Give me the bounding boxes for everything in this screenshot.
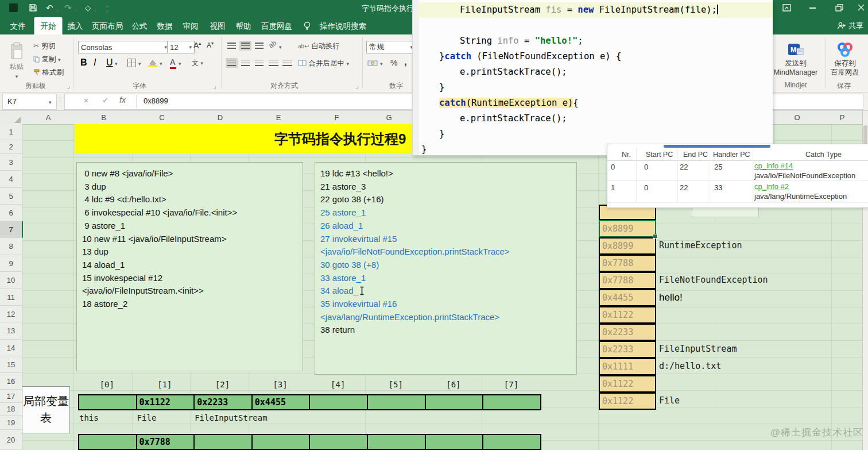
redo-dropdown-icon[interactable]: ▾ (75, 6, 78, 16)
grow-font-button[interactable]: A▴ (193, 41, 201, 50)
restore-button[interactable] (835, 4, 843, 11)
row-header-2[interactable]: 2 (0, 140, 22, 154)
lvt-cell-row1-5[interactable] (367, 394, 426, 410)
lvt-cell-row1-0[interactable] (78, 394, 137, 410)
ribbon-tab-3[interactable]: 插入 (63, 18, 88, 34)
undo-icon[interactable]: ↶ (46, 3, 53, 13)
stack-cell[interactable]: 0x2233 (599, 324, 656, 341)
stack-cell[interactable]: 0x7788 (599, 272, 656, 289)
stack-cell-selected[interactable]: 0x8899 (599, 220, 656, 237)
orientation-dropdown-icon[interactable]: ▾ (279, 44, 282, 50)
row-header-18[interactable]: 18 (0, 403, 22, 416)
stack-cell[interactable]: 0x2233 (599, 341, 656, 358)
fill-color-dropdown-icon[interactable]: ▾ (160, 61, 162, 67)
lvt-cell-row2-5[interactable] (367, 434, 426, 450)
ribbon-tab-6[interactable]: 数据 (152, 18, 178, 34)
row-header-16[interactable]: 16 (0, 373, 22, 390)
bytecode-box-left[interactable]: 0 new #8 <java/io/File> 3 dup 4 ldc #9 <… (76, 162, 303, 371)
align-middle-icon[interactable] (241, 43, 250, 49)
paste-icon[interactable] (9, 41, 24, 60)
ribbon-tab-8[interactable]: 视图 (205, 18, 231, 34)
tell-me-search[interactable]: 操作说明搜索 (315, 18, 371, 34)
align-bottom-icon[interactable] (255, 43, 264, 49)
ribbon-tab-4[interactable]: 页面布局 (87, 18, 128, 34)
column-header-B[interactable]: B (75, 111, 133, 125)
column-header-F[interactable]: F (308, 111, 366, 125)
row-header-6[interactable]: 6 (0, 205, 22, 221)
name-box[interactable]: K7 ▾ (2, 94, 57, 110)
row-header-8[interactable]: 8 (0, 238, 22, 255)
accounting-format-icon[interactable] (367, 59, 378, 69)
sheet-title-banner[interactable]: 字节码指令执行过程9 (75, 124, 412, 154)
mindmanager-icon[interactable]: M (788, 41, 804, 57)
ribbon-tab-1[interactable]: 文件 (5, 18, 31, 34)
ribbon-tab-10[interactable]: 百度网盘 (256, 18, 297, 34)
row-header-11[interactable]: 11 (0, 289, 22, 306)
wrap-text-button[interactable]: ab↩ 自动换行 (298, 41, 340, 51)
lvt-cell-row1-1[interactable]: 0x1122 (136, 394, 195, 410)
ink-dropdown-icon[interactable]: ▾ (94, 6, 97, 16)
share-button[interactable]: 共享 (837, 21, 863, 31)
orientation-icon[interactable]: ab (267, 39, 278, 49)
select-all-corner[interactable] (0, 111, 22, 125)
stack-cell[interactable]: 0x1122 (599, 306, 656, 324)
cancel-icon[interactable]: × (84, 96, 88, 105)
redo-icon[interactable]: ↷ (64, 3, 72, 13)
row-header-9[interactable]: 9 (0, 255, 22, 272)
column-header-A[interactable]: A (22, 111, 75, 125)
name-box-dropdown-icon[interactable]: ▾ (49, 99, 52, 105)
undo-dropdown-icon[interactable]: ▾ (56, 6, 59, 16)
phonetic-guide-button[interactable]: 文 ▾ (192, 58, 203, 68)
column-header-P[interactable]: P (822, 111, 863, 125)
formula-bar-grip[interactable]: ⁞ (59, 97, 61, 103)
comma-style-button[interactable]: , (404, 56, 407, 68)
column-header-O[interactable]: O (772, 111, 823, 125)
enter-icon[interactable]: ✓ (102, 96, 108, 105)
row-header-10[interactable]: 10 (0, 272, 22, 289)
align-top-icon[interactable] (227, 43, 236, 49)
stack-cell[interactable]: 0x1122 (599, 375, 656, 393)
ribbon-tab-2[interactable]: 开始 (34, 17, 63, 36)
lvt-cell-row2-7[interactable] (482, 434, 541, 450)
column-header-G[interactable]: G (366, 111, 413, 125)
ribbon-tab-9[interactable]: 帮助 (231, 18, 257, 34)
cp-info-link[interactable]: cp_info #2 (754, 182, 789, 191)
underline-dropdown-icon[interactable]: ▾ (115, 61, 118, 67)
align-center-icon[interactable] (241, 60, 250, 66)
stack-cell[interactable]: 0x4455 (599, 289, 656, 306)
format-painter-button[interactable]: 格式刷 (33, 68, 64, 78)
cp-info-link[interactable]: cp_info #14 (754, 161, 793, 170)
minimize-button[interactable] (809, 7, 816, 9)
font-name-combo[interactable]: Consolas▾ (78, 41, 170, 53)
fx-icon[interactable]: fx (119, 95, 126, 105)
row-header-12[interactable]: 12 (0, 306, 22, 322)
decrease-indent-icon[interactable] (269, 60, 278, 66)
ribbon-tab-7[interactable]: 审阅 (178, 18, 204, 34)
align-left-icon[interactable] (227, 60, 236, 66)
alignment-dialog-launcher[interactable]: ⌟ (356, 83, 359, 89)
qat-customize-icon[interactable]: ▾ (106, 6, 108, 17)
underline-button[interactable]: U (106, 57, 113, 68)
code-editor-overlay[interactable]: FileInputStream fis = new FileInputStrea… (412, 0, 773, 156)
close-button[interactable] (858, 4, 865, 11)
font-size-combo[interactable]: 12▾ (167, 41, 195, 53)
lvt-cell-row1-3[interactable]: 0x4455 (251, 394, 311, 410)
row-header-17[interactable]: 17 (0, 390, 22, 403)
ink-shape-icon[interactable]: ◇ (85, 3, 91, 13)
stack-cell[interactable]: 0x7788 (599, 255, 656, 272)
borders-icon[interactable] (127, 59, 136, 67)
bytecode-box-right[interactable]: 19 ldc #13 <hello!>21 astore_322 goto 38… (315, 162, 577, 375)
shrink-font-button[interactable]: A▾ (207, 41, 214, 49)
merge-center-button[interactable]: 合并后居中 ▾ (298, 59, 349, 68)
exception-table-overlay[interactable]: Nr. Start PC End PC Handler PC Catch Typ… (607, 144, 868, 208)
lvt-cell-row2-0[interactable] (78, 434, 137, 450)
align-right-icon[interactable] (255, 60, 264, 66)
row-header-1[interactable]: 1 (0, 124, 22, 140)
font-dialog-launcher[interactable]: ⌟ (214, 83, 216, 89)
lvt-cell-row2-2[interactable] (193, 434, 253, 450)
lvt-cell-row1-2[interactable]: 0x2233 (193, 394, 253, 410)
row-header-5[interactable]: 5 (0, 188, 22, 205)
percent-style-button[interactable]: % (390, 58, 397, 67)
ribbon-display-icon[interactable] (782, 4, 791, 11)
row-header-3[interactable]: 3 (0, 154, 22, 171)
